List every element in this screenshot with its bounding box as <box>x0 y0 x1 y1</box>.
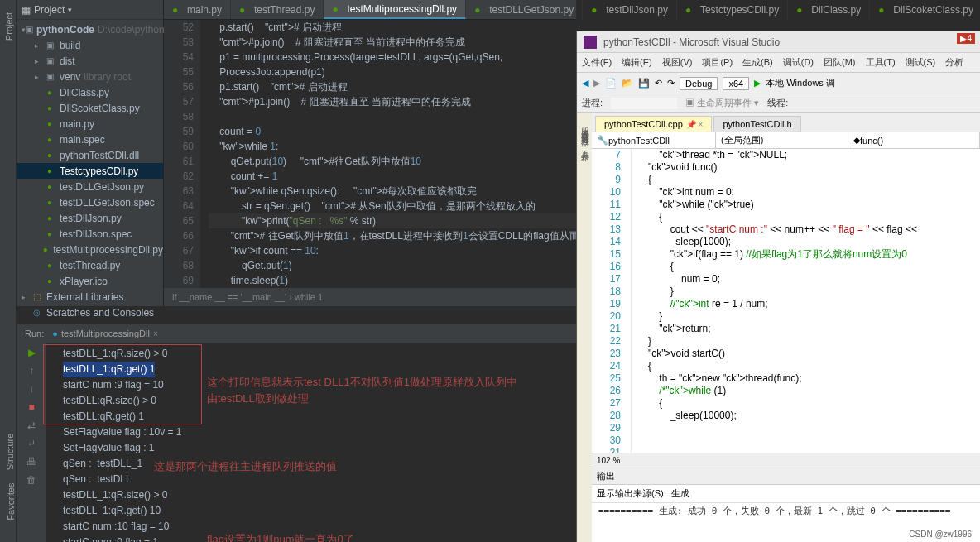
tree-file[interactable]: ●testDLLGetJson.spec <box>17 194 163 210</box>
redo-icon[interactable]: ↷ <box>667 78 675 89</box>
file-icon: ● <box>43 118 56 130</box>
editor-tab[interactable]: ●testDllJson.py <box>583 0 677 19</box>
pin-icon[interactable]: 📌 × <box>686 120 704 129</box>
favorites-tool-label[interactable]: Favorites <box>6 482 16 520</box>
tree-file[interactable]: ●main.spec <box>17 132 163 147</box>
python-icon: ● <box>332 3 343 15</box>
print-icon[interactable]: 🖶 <box>25 455 38 468</box>
save-icon[interactable]: 💾 <box>638 78 650 89</box>
tree-file[interactable]: ●main.py <box>17 116 163 132</box>
menu-item[interactable]: 文件(F) <box>582 56 612 69</box>
folder-icon: ▣ <box>43 71 56 83</box>
run-config-name[interactable]: testMultiprocessingDll <box>61 329 150 338</box>
file-icon: ● <box>43 260 56 271</box>
file-icon: ● <box>43 276 56 287</box>
zoom-level[interactable]: 102 % <box>597 456 620 465</box>
process-select[interactable] <box>611 98 677 109</box>
menu-item[interactable]: 工具(T) <box>866 56 896 69</box>
tree-file[interactable]: ●TestctypesCDll.py <box>17 163 163 179</box>
tree-file[interactable]: ●testDLLGetJson.py <box>17 179 163 194</box>
editor-tab[interactable]: ●testDLLGetJson.py <box>466 0 583 19</box>
chevron-right-icon[interactable]: ▸ <box>35 73 43 81</box>
editor-tab[interactable]: ●testMultiprocessingDll.py <box>324 0 466 19</box>
config-select[interactable]: Debug <box>680 77 718 90</box>
open-icon[interactable]: 📂 <box>622 78 633 89</box>
editor-tab[interactable]: ●testThread.py <box>231 0 324 19</box>
menu-item[interactable]: 生成(B) <box>742 56 773 69</box>
project-tool-label[interactable]: Project <box>4 12 14 41</box>
close-icon[interactable]: × <box>153 329 158 338</box>
tree-file[interactable]: ●xPlayer.ico <box>17 273 163 289</box>
output-line: SetFlagValue flag : 1 <box>63 440 576 456</box>
menu-item[interactable]: 编辑(E) <box>622 56 652 69</box>
project-tree: ▾ ▣ pythonCode D:\code\python ▸▣build ▸▣… <box>17 20 163 322</box>
tree-external-libs[interactable]: ▸⬚External Libraries <box>17 289 163 305</box>
platform-select[interactable]: x64 <box>723 77 749 90</box>
chevron-right-icon[interactable]: ▸ <box>22 293 30 301</box>
wrap-icon[interactable]: ⤶ <box>25 437 38 450</box>
menu-item[interactable]: 项目(P) <box>702 56 733 69</box>
run-icon[interactable]: ▶ <box>25 346 38 359</box>
nav-fwd-icon[interactable]: ▶ <box>593 78 600 89</box>
visual-studio-window: pythonTestCDll - Microsoft Visual Studio… <box>576 31 980 542</box>
run-header: Run: ● testMultiprocessingDll × <box>17 324 576 343</box>
tree-file[interactable]: ●testDllJson.spec <box>17 226 163 242</box>
editor-tab[interactable]: ●main.py <box>164 0 231 19</box>
chevron-right-icon[interactable]: ▸ <box>35 41 43 50</box>
new-icon[interactable]: 📄 <box>605 78 617 89</box>
vs-editor-tab[interactable]: pythonTestCDll.cpp📌 × <box>595 116 712 132</box>
scope-project[interactable]: 🔧 pythonTestCDll <box>592 132 716 148</box>
editor-tab[interactable]: ●DllClass.py <box>788 0 870 19</box>
code-editor[interactable]: 525354555657585960616263646566676869 p.s… <box>164 20 576 306</box>
filter-icon[interactable]: ⇄ <box>25 419 38 432</box>
vs-code-editor[interactable]: 7891011121314151617181920212223242526272… <box>592 149 980 453</box>
run-icon[interactable]: ▶ <box>754 78 761 89</box>
annotation-text: 由testDLL取到做处理 <box>207 391 309 406</box>
vs-output-toolbar: 显示输出来源(S): 生成 <box>592 485 980 503</box>
scratches-icon: ◎ <box>30 307 43 319</box>
tree-file[interactable]: ●testMultiprocessingDll.py <box>17 242 163 257</box>
vs-toolbar: ◀ ▶ 📄 📂 💾 ↶ ↷ Debug x64 ▶ 本地 Windows 调 <box>577 73 980 94</box>
down-arrow-icon[interactable]: ↓ <box>25 382 38 396</box>
tree-root[interactable]: ▾ ▣ pythonCode D:\code\python <box>17 22 163 37</box>
tree-scratches[interactable]: ◎Scratches and Consoles <box>17 305 163 320</box>
project-panel: ▦ Project ▾ ▾ ▣ pythonCode D:\code\pytho… <box>17 0 164 306</box>
tree-folder-dist[interactable]: ▸▣dist <box>17 53 163 69</box>
editor-code[interactable]: p.start() "cmt"># 启动进程 "cmt">#p.join() #… <box>200 20 576 306</box>
menu-item[interactable]: 测试(S) <box>906 56 936 69</box>
scope-global[interactable]: (全局范围) <box>716 132 848 148</box>
tree-file[interactable]: ●testDllJson.py <box>17 210 163 226</box>
scope-func[interactable]: ◆ func() <box>848 132 980 148</box>
folder-icon: ▣ <box>26 24 33 36</box>
run-button[interactable]: 本地 Windows 调 <box>766 77 835 89</box>
chevron-right-icon[interactable]: ▸ <box>35 57 43 65</box>
editor-tab[interactable]: ●DllScoketClass.py <box>870 0 980 19</box>
stop-icon[interactable]: ■ <box>25 401 38 414</box>
run-output[interactable]: 这个打印信息就表示test DLL1不对队列值1做处理原样放入队列中 由test… <box>46 343 576 542</box>
undo-icon[interactable]: ↶ <box>655 78 662 89</box>
tree-file[interactable]: ●pythonTestCDll.dll <box>17 147 163 163</box>
vs-code-content[interactable]: "ck">thread *th = "ck">NULL;"ck">void fu… <box>632 149 980 453</box>
output-source-select[interactable]: 生成 <box>671 487 787 500</box>
menu-item[interactable]: 视图(V) <box>662 56 693 69</box>
notification-badge[interactable]: ▶4 <box>957 33 975 44</box>
trash-icon[interactable]: 🗑 <box>25 473 38 487</box>
tree-folder-venv[interactable]: ▸▣venvlibrary root <box>17 69 163 84</box>
menu-item[interactable]: 团队(M) <box>824 56 856 69</box>
tree-file[interactable]: ●testThread.py <box>17 257 163 273</box>
tree-file[interactable]: ●DllClass.py <box>17 84 163 100</box>
chevron-down-icon[interactable]: ▾ <box>68 6 72 14</box>
output-line: SetFlagValue flag : 10v = 1 <box>63 424 576 440</box>
file-icon: ● <box>41 244 50 256</box>
structure-tool-label[interactable]: Structure <box>5 434 15 471</box>
menu-item[interactable]: 分析 <box>945 56 963 69</box>
vs-editor-tab[interactable]: pythonTestCDll.h <box>713 116 800 132</box>
editor-tab[interactable]: ●TestctypesCDll.py <box>677 0 788 19</box>
file-icon: ● <box>43 228 56 240</box>
menu-item[interactable]: 调试(D) <box>783 56 814 69</box>
up-arrow-icon[interactable]: ↑ <box>25 364 38 377</box>
tree-folder-build[interactable]: ▸▣build <box>17 37 163 53</box>
nav-back-icon[interactable]: ◀ <box>582 78 588 89</box>
breadcrumb[interactable]: if __name __ == '__main __' › while 1 <box>164 288 576 306</box>
tree-file[interactable]: ●DllScoketClass.py <box>17 100 163 116</box>
